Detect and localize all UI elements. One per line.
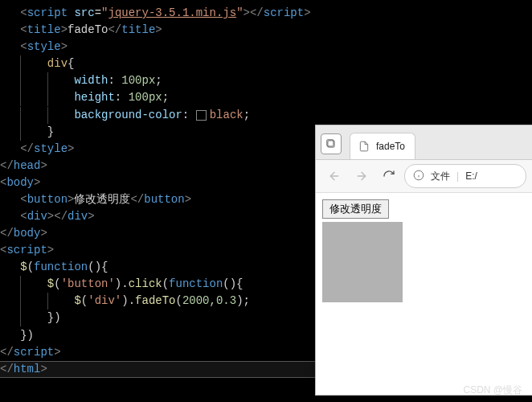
tab-title: fadeTo (376, 141, 405, 152)
color-swatch-black (196, 110, 207, 121)
browser-window: fadeTo 文件 | E:/ 修改透明度 (315, 125, 532, 396)
file-icon (358, 141, 370, 152)
forward-button[interactable] (350, 164, 374, 188)
tab-overview-icon (325, 138, 337, 150)
url-separator: | (456, 170, 459, 182)
address-bar[interactable]: 文件 | E:/ (404, 164, 526, 188)
faded-div (322, 222, 403, 302)
browser-tabbar: fadeTo (316, 125, 532, 160)
back-button[interactable] (322, 164, 346, 188)
browser-toolbar: 文件 | E:/ (316, 160, 532, 193)
browser-tab[interactable]: fadeTo (350, 133, 415, 159)
modify-opacity-button[interactable]: 修改透明度 (322, 199, 389, 219)
tab-overview-button[interactable] (321, 133, 342, 154)
refresh-button[interactable] (377, 164, 401, 188)
arrow-right-icon (355, 170, 368, 183)
info-icon (413, 170, 424, 183)
arrow-left-icon (328, 170, 341, 183)
refresh-icon (383, 170, 395, 183)
url-label: 文件 (431, 170, 450, 183)
url-path: E:/ (465, 170, 477, 182)
page-content: 修改透明度 (316, 193, 532, 309)
